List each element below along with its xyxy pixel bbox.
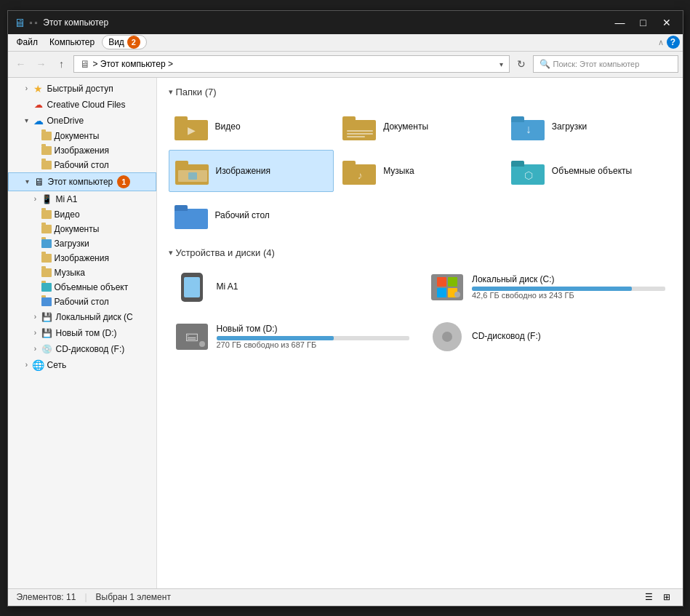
devices-section-header: ▾ Устройства и диски (4)	[169, 247, 671, 258]
hdd-shape-d: 🖴	[176, 324, 208, 350]
back-button[interactable]: ←	[12, 55, 30, 73]
cd-shape	[433, 322, 462, 351]
folder-music-icon: ♪	[342, 156, 377, 185]
sidebar-item-new-d[interactable]: 💾 Новый том (D:)	[8, 325, 156, 341]
device-new-d[interactable]: 🖴 Новый том (D:) 270 ГБ свободно из 687 …	[169, 316, 416, 357]
search-field[interactable]: 🔍 Поиск: Этот компьютер	[533, 55, 678, 73]
onedrive-icon: ☁	[33, 115, 44, 127]
sidebar-item-quick-access[interactable]: ★ Быстрый доступ	[8, 81, 156, 97]
folder-3d-icon: ⬡	[511, 156, 546, 185]
menu-computer[interactable]: Компьютер	[44, 34, 100, 51]
window-icon: 🖥	[14, 17, 25, 28]
sidebar-label-new-d: Новый том (D:)	[56, 328, 117, 338]
phone-shape	[181, 273, 203, 302]
maximize-button[interactable]: □	[633, 16, 654, 29]
address-field[interactable]: 🖥 > Этот компьютер > ▾	[73, 55, 510, 73]
pc-images-icon	[41, 254, 52, 263]
status-bar: Элементов: 11 | Выбран 1 элемент ☰ ⊞	[8, 588, 683, 606]
sidebar-item-mia1[interactable]: 📱 Mi A1	[8, 191, 156, 207]
window-controls: — □ ✕	[610, 16, 677, 29]
sidebar-label-downloads: Загрузки	[55, 239, 89, 249]
folder-music[interactable]: ♪ Музыка	[337, 150, 502, 192]
device-cd-f[interactable]: CD-дисковод (F:)	[424, 316, 671, 357]
refresh-button[interactable]: ↻	[513, 55, 530, 73]
folder-docs[interactable]: Документы	[337, 106, 502, 147]
local-c-device-icon	[430, 273, 465, 302]
sidebar-item-pc-video[interactable]: Видео	[8, 207, 156, 222]
quick-access-chevron	[23, 84, 31, 93]
explorer-window: 🖥 ▫ ▫ Этот компьютер — □ ✕ Файл Компьюте…	[7, 10, 683, 607]
folder-desktop-icon	[174, 201, 209, 230]
main-area: ★ Быстрый доступ ☁ Creative Cloud Files …	[8, 78, 683, 588]
details-view-button[interactable]: ☰	[642, 591, 657, 604]
window-title: Этот компьютер	[43, 17, 609, 28]
folders-grid: ▶ Видео	[169, 106, 671, 236]
close-button[interactable]: ✕	[657, 16, 677, 29]
title-bar: 🖥 ▫ ▫ Этот компьютер — □ ✕	[8, 11, 683, 34]
sidebar-item-pc-music[interactable]: Музыка	[8, 265, 156, 280]
pc-docs-icon	[41, 225, 52, 233]
sidebar-item-creative-cloud[interactable]: ☁ Creative Cloud Files	[8, 97, 156, 113]
folder-images[interactable]: Изображения	[169, 150, 334, 192]
sidebar-label-cc: Creative Cloud Files	[47, 100, 126, 110]
sidebar-item-onedrive-desktop[interactable]: Рабочий стол	[8, 158, 156, 172]
folder-music-label: Музыка	[383, 166, 414, 176]
minimize-button[interactable]: —	[610, 16, 630, 29]
address-dropdown[interactable]: ▾	[500, 60, 503, 68]
help-button[interactable]: ?	[667, 36, 680, 49]
sidebar-item-onedrive[interactable]: ☁ OneDrive	[8, 113, 156, 129]
device-mia1[interactable]: Mi A1	[169, 267, 416, 308]
folder-downloads-icon: ↓	[511, 112, 546, 141]
folder-downloads[interactable]: ↓ Загрузки	[505, 106, 671, 147]
sidebar-label-od-desktop: Рабочий стол	[55, 160, 109, 170]
sidebar-label-images: Изображения	[55, 253, 109, 263]
folder-docs-icon	[342, 112, 377, 141]
creative-cloud-icon: ☁	[33, 99, 44, 111]
sidebar-item-pc-desktop[interactable]: Рабочий стол	[8, 295, 156, 309]
mia1-info: Mi A1	[217, 281, 410, 293]
new-d-chevron	[31, 329, 40, 337]
sidebar-label-onedrive: OneDrive	[47, 116, 84, 126]
sidebar-item-pc-downloads[interactable]: Загрузки	[8, 236, 156, 251]
devices-title: Устройства и диски (4)	[176, 247, 275, 258]
devices-chevron[interactable]: ▾	[169, 248, 173, 257]
menu-bar: Файл Компьютер Вид 2 ∧ ?	[8, 34, 683, 52]
sidebar-item-onedrive-docs[interactable]: Документы	[8, 129, 156, 143]
menu-view[interactable]: Вид 2	[102, 35, 147, 49]
new-d-name: Новый том (D:)	[217, 324, 410, 334]
up-button[interactable]: ↑	[53, 55, 71, 73]
folder-3d[interactable]: ⬡ Объемные объекты	[505, 150, 671, 192]
sidebar-label-od-images: Изображения	[55, 145, 109, 156]
forward-button[interactable]: →	[33, 55, 50, 73]
device-local-c[interactable]: Локальный диск (C:) 42,6 ГБ свободно из …	[424, 267, 671, 308]
sidebar-item-pc-3d[interactable]: Объемные объект	[8, 280, 156, 295]
sidebar-label-desktop: Рабочий стол	[55, 297, 109, 307]
sidebar-label-cd-f: CD-дисковод (F:)	[56, 344, 125, 354]
view-controls: ☰ ⊞	[642, 591, 674, 604]
large-icons-view-button[interactable]: ⊞	[659, 591, 674, 604]
sidebar-item-this-pc[interactable]: 🖥 Этот компьютер 1	[8, 172, 156, 191]
hdd-shape-c	[431, 274, 463, 300]
folder-3d-label: Объемные объекты	[552, 166, 632, 176]
folder-video-icon: ▶	[174, 112, 209, 141]
folders-chevron[interactable]: ▾	[169, 87, 173, 97]
windows-logo	[437, 277, 457, 297]
sidebar: ★ Быстрый доступ ☁ Creative Cloud Files …	[8, 78, 157, 588]
local-c-space: 42,6 ГБ свободно из 243 ГБ	[472, 291, 665, 300]
sidebar-item-onedrive-images[interactable]: Изображения	[8, 143, 156, 158]
folder-video[interactable]: ▶ Видео	[169, 106, 334, 147]
sidebar-item-cd-f[interactable]: 💿 CD-дисковод (F:)	[8, 341, 156, 357]
menu-file[interactable]: Файл	[11, 34, 44, 51]
folders-section-header: ▾ Папки (7)	[169, 87, 671, 97]
sidebar-label-3d: Объемные объект	[55, 282, 129, 292]
sidebar-item-network[interactable]: 🌐 Сеть	[8, 357, 156, 373]
od-desktop-folder-icon	[41, 161, 52, 169]
sidebar-item-local-c[interactable]: 💾 Локальный диск (C	[8, 309, 156, 325]
this-pc-icon: 🖥	[33, 176, 45, 188]
sidebar-label-this-pc: Этот компьютер	[48, 177, 113, 187]
sidebar-item-pc-images[interactable]: Изображения	[8, 251, 156, 265]
sidebar-item-pc-docs[interactable]: Документы	[8, 222, 156, 236]
this-pc-badge: 1	[117, 175, 130, 188]
search-icon: 🔍	[539, 59, 550, 69]
folder-desktop[interactable]: Рабочий стол	[169, 195, 334, 236]
